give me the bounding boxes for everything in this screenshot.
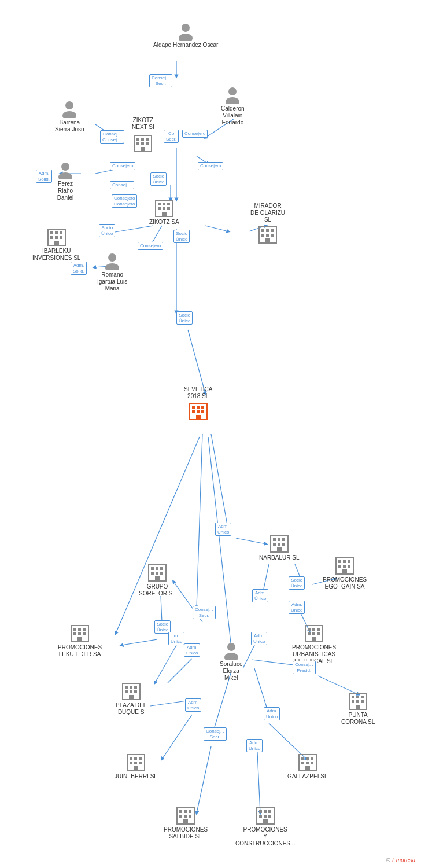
svg-rect-165: [184, 810, 187, 813]
svg-line-28: [168, 659, 192, 683]
diagram-container: Aldape Hernandez Oscar CalderonVillalain…: [0, 0, 421, 868]
label-narbalur: NARBALUR SL: [259, 554, 299, 561]
svg-rect-57: [146, 142, 149, 145]
person-icon-perez: [56, 161, 75, 179]
label-salbide: PROMOCIONESSALBIDE SL: [164, 826, 208, 840]
svg-rect-105: [160, 572, 163, 575]
building-icon-zikotz-next: [132, 132, 153, 153]
badge-consejero-calderon: Consejero: [182, 130, 208, 138]
svg-point-45: [61, 163, 69, 171]
svg-rect-151: [130, 762, 132, 764]
svg-rect-104: [156, 572, 158, 575]
svg-point-42: [226, 97, 239, 104]
svg-line-36: [254, 668, 267, 709]
svg-rect-124: [308, 628, 311, 631]
building-icon-grupo-sorelor: [147, 561, 168, 582]
svg-rect-173: [264, 810, 267, 813]
svg-rect-175: [259, 815, 262, 818]
svg-rect-169: [189, 815, 191, 818]
svg-rect-68: [50, 231, 53, 234]
svg-rect-164: [179, 810, 182, 813]
svg-rect-54: [146, 138, 149, 141]
svg-rect-134: [134, 686, 137, 689]
svg-rect-74: [54, 241, 59, 245]
svg-rect-133: [130, 686, 132, 689]
building-icon-ego-gain: [334, 554, 355, 575]
svg-rect-61: [163, 203, 165, 205]
label-mirador: MIRADORDE OLARIZUSL: [250, 203, 285, 223]
badge-consej-secr-juin: Consej. .Secr.: [204, 727, 227, 741]
label-punta-corona: PUNTACORONA SL: [341, 712, 375, 726]
svg-rect-159: [301, 762, 304, 764]
badge-adm-unico-ego2: Adm.Unico: [289, 601, 305, 614]
svg-rect-118: [83, 628, 86, 631]
svg-rect-85: [197, 406, 200, 409]
svg-rect-77: [266, 229, 269, 232]
label-gallazpei: GALLAZPEI SL: [287, 773, 327, 780]
badge-adm-solid-2: Adm.Solid.: [71, 262, 87, 275]
svg-rect-82: [265, 238, 270, 243]
svg-point-43: [65, 101, 73, 109]
node-salbide: PROMOCIONESSALBIDE SL: [164, 804, 208, 840]
label-aldape: Aldape Hernandez Oscar: [153, 42, 218, 49]
svg-rect-168: [184, 815, 187, 818]
node-leku-eder: PROMOCIONESLEKU EDER SA: [58, 622, 102, 658]
svg-rect-73: [60, 236, 62, 239]
person-icon-barrena: [60, 100, 79, 118]
svg-rect-53: [141, 138, 144, 141]
svg-rect-122: [77, 637, 82, 642]
node-gallazpei: GALLAZPEI SL: [287, 751, 327, 780]
label-juin-berri: JUIN- BERRI SL: [115, 773, 157, 780]
building-icon-plaza-duque: [121, 680, 142, 701]
svg-rect-63: [158, 207, 161, 210]
node-punta-corona: PUNTACORONA SL: [341, 690, 375, 726]
badge-adm-unico-narbalur2: Adm.Único: [252, 589, 268, 602]
person-icon-romano: [103, 252, 121, 270]
svg-rect-121: [83, 632, 86, 635]
label-soraluce: SoraluceElorzaMikel: [220, 661, 242, 682]
label-romano: RomanoIgartua LuisMaria: [97, 271, 127, 292]
svg-rect-65: [167, 207, 170, 210]
svg-rect-72: [55, 236, 58, 239]
svg-line-14: [188, 330, 205, 393]
node-plaza-duque: PLAZA DELDUQUE S: [116, 680, 146, 716]
person-icon-calderon: [223, 86, 242, 104]
svg-rect-167: [179, 815, 182, 818]
label-plaza-duque: PLAZA DELDUQUE S: [116, 702, 146, 716]
node-grupo-sorelor: GRUPOSORELOR SL: [139, 561, 176, 597]
node-aldape: Aldape Hernandez Oscar: [153, 22, 218, 49]
svg-rect-152: [134, 762, 137, 764]
svg-rect-126: [317, 628, 320, 631]
svg-rect-132: [125, 686, 128, 689]
svg-rect-55: [136, 142, 139, 145]
svg-rect-96: [278, 543, 280, 546]
svg-rect-78: [271, 229, 274, 232]
building-icon-ibarleku: [46, 226, 67, 247]
svg-rect-70: [60, 231, 62, 234]
svg-rect-177: [268, 815, 271, 818]
svg-rect-103: [151, 572, 154, 575]
svg-point-41: [228, 87, 237, 95]
label-perez: PerezRiañoDaniel: [57, 181, 73, 201]
svg-rect-113: [348, 565, 350, 568]
svg-rect-158: [311, 757, 313, 760]
svg-rect-89: [201, 410, 204, 413]
svg-point-39: [182, 24, 190, 32]
node-calderon: CalderonVillalainEduardo: [221, 86, 245, 126]
svg-rect-137: [134, 690, 137, 693]
svg-rect-166: [189, 810, 191, 813]
svg-line-30: [252, 660, 298, 665]
badge-consej-presid: Consej. .Presid.: [293, 661, 316, 674]
svg-rect-162: [305, 766, 310, 771]
node-mirador: MIRADORDE OLARIZUSL: [250, 201, 285, 244]
svg-rect-60: [158, 203, 161, 205]
building-icon-punta-corona: [348, 690, 368, 711]
node-barrena: BarrenaSierra Josu: [55, 100, 84, 133]
svg-rect-146: [356, 705, 360, 709]
svg-rect-142: [361, 696, 364, 698]
badge-consej-consej-barrena: Consej. .Consej....: [100, 130, 124, 144]
badge-adm-unico-narbalur: Adm.Unico: [215, 523, 231, 536]
svg-rect-145: [361, 700, 364, 703]
building-icon-gallazpei: [297, 751, 318, 772]
label-grupo-sorelor: GRUPOSORELOR SL: [139, 583, 176, 597]
